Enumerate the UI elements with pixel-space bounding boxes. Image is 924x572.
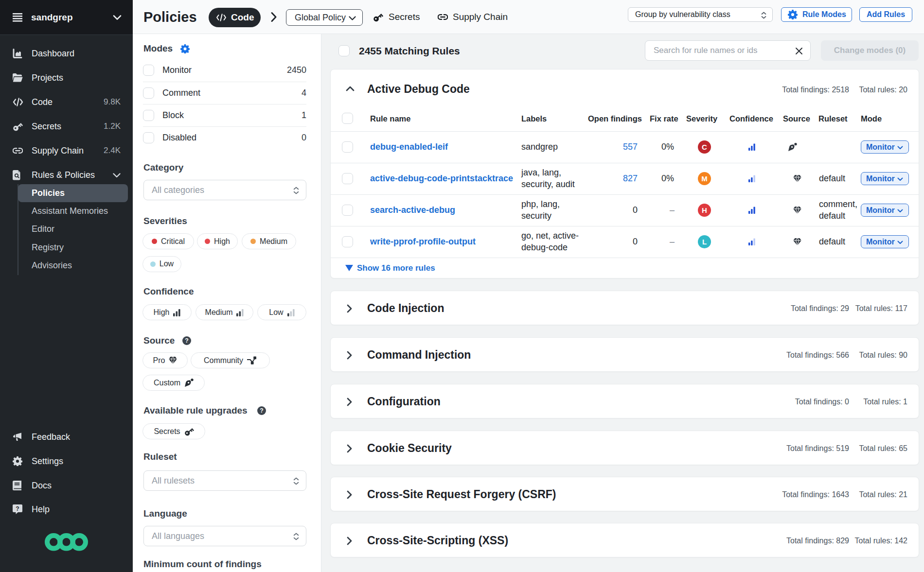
svg-text:?: ?	[16, 505, 19, 512]
svg-text:?: ?	[185, 337, 189, 344]
svg-text:?: ?	[260, 407, 264, 414]
